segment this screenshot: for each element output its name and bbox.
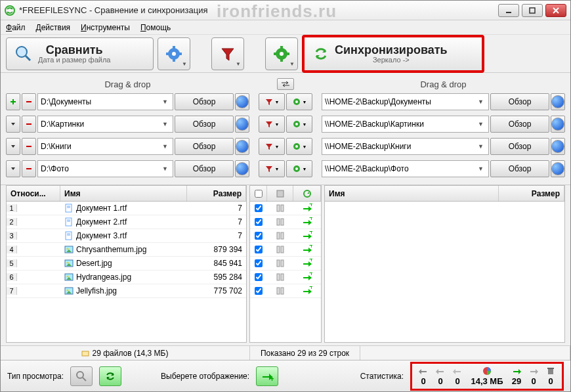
- pair-dropdown-button[interactable]: [6, 116, 20, 133]
- browse-button[interactable]: Обзор: [175, 160, 234, 177]
- globe-icon: [551, 95, 564, 108]
- view-action-button[interactable]: [99, 366, 121, 386]
- action-row[interactable]: +: [250, 257, 321, 271]
- file-row[interactable]: 3 Документ 3.rtf 7: [7, 229, 246, 243]
- maximize-button[interactable]: [522, 4, 543, 17]
- pair-dropdown-button[interactable]: [6, 160, 20, 177]
- pair-sync-settings-button[interactable]: ▼: [286, 138, 312, 155]
- view-category-button[interactable]: [70, 366, 93, 386]
- chevron-down-icon[interactable]: ▼: [476, 165, 486, 172]
- pair-sync-settings-button[interactable]: ▼: [286, 93, 312, 110]
- chevron-down-icon[interactable]: ▼: [160, 143, 170, 150]
- remove-pair-button[interactable]: [22, 116, 36, 133]
- action-row[interactable]: +: [250, 202, 321, 215]
- include-checkbox[interactable]: [255, 259, 263, 267]
- compare-settings-button[interactable]: ▼: [158, 37, 190, 70]
- category-icon: [276, 189, 285, 198]
- col-name-right[interactable]: Имя: [325, 186, 499, 201]
- menu-actions[interactable]: Действия: [36, 23, 71, 32]
- browse-button[interactable]: Обзор: [490, 93, 549, 110]
- browse-button[interactable]: Обзор: [490, 116, 549, 133]
- pair-sync-settings-button[interactable]: ▼: [286, 160, 312, 177]
- chevron-down-icon[interactable]: ▼: [160, 165, 170, 172]
- sync-icon: [312, 45, 329, 62]
- menu-tools[interactable]: Инструменты: [81, 23, 130, 32]
- pair-dropdown-button[interactable]: [6, 138, 20, 155]
- cloud-button[interactable]: [235, 93, 249, 110]
- cloud-button[interactable]: [235, 138, 249, 155]
- swap-sides-button[interactable]: [277, 78, 294, 90]
- file-row[interactable]: 6 Hydrangeas.jpg 595 284: [7, 271, 246, 284]
- col-size[interactable]: Размер: [187, 186, 246, 201]
- pair-filter-button[interactable]: ▼: [259, 160, 285, 177]
- right-path-input[interactable]: \\HOME-2\Backup\Книги▼: [322, 138, 489, 155]
- include-checkbox[interactable]: [255, 204, 263, 212]
- col-size-right[interactable]: Размер: [499, 186, 564, 201]
- cloud-button[interactable]: [551, 138, 565, 155]
- action-row[interactable]: +: [250, 271, 321, 284]
- close-button[interactable]: [545, 4, 566, 17]
- right-path-input[interactable]: \\HOME-2\Backup\Картинки▼: [322, 116, 489, 133]
- col-action[interactable]: [293, 186, 321, 201]
- file-row[interactable]: 5 Desert.jpg 845 941: [7, 257, 246, 271]
- include-checkbox[interactable]: [255, 287, 263, 295]
- file-row[interactable]: 1 Документ 1.rtf 7: [7, 202, 246, 215]
- cloud-button[interactable]: [235, 116, 249, 133]
- include-checkbox[interactable]: [255, 232, 263, 240]
- svg-rect-58: [277, 232, 280, 239]
- remove-pair-button[interactable]: [22, 160, 36, 177]
- remove-pair-button[interactable]: [22, 138, 36, 155]
- left-path-input[interactable]: D:\Картинки▼: [37, 116, 173, 133]
- cloud-button[interactable]: [235, 160, 249, 177]
- cloud-button[interactable]: [551, 116, 565, 133]
- right-path-input[interactable]: \\HOME-2\Backup\Документы▼: [322, 93, 489, 110]
- remove-pair-button[interactable]: [22, 93, 36, 110]
- svg-point-8: [172, 52, 176, 56]
- pair-sync-settings-button[interactable]: ▼: [286, 116, 312, 133]
- menu-help[interactable]: Помощь: [140, 23, 171, 32]
- col-name[interactable]: Имя: [60, 186, 187, 201]
- browse-button[interactable]: Обзор: [175, 138, 234, 155]
- file-row[interactable]: 4 Chrysanthemum.jpg 879 394: [7, 243, 246, 257]
- cloud-button[interactable]: [551, 93, 565, 110]
- svg-rect-39: [66, 232, 72, 240]
- left-path-input[interactable]: D:\Фото▼: [37, 160, 173, 177]
- chevron-down-icon[interactable]: ▼: [476, 98, 486, 105]
- action-row[interactable]: +: [250, 229, 321, 243]
- browse-button[interactable]: Обзор: [490, 160, 549, 177]
- chevron-down-icon[interactable]: ▼: [160, 121, 170, 127]
- file-row[interactable]: 7 Jellyfish.jpg 775 702: [7, 284, 246, 298]
- left-path-input[interactable]: D:\Книги▼: [37, 138, 173, 155]
- add-pair-button[interactable]: [6, 93, 20, 110]
- col-relative[interactable]: Относи...: [7, 186, 60, 201]
- pair-filter-button[interactable]: ▼: [259, 93, 285, 110]
- status-mid-text: Показано 29 из 29 строк: [261, 349, 349, 358]
- minimize-button[interactable]: [498, 4, 519, 17]
- browse-button[interactable]: Обзор: [175, 93, 234, 110]
- display-create-right-button[interactable]: +: [256, 366, 278, 386]
- action-row[interactable]: +: [250, 284, 321, 298]
- right-path-input[interactable]: \\HOME-2\Backup\Фото▼: [322, 160, 489, 177]
- sync-button[interactable]: Синхронизировать Зеркало ->: [305, 37, 482, 70]
- pair-filter-button[interactable]: ▼: [259, 138, 285, 155]
- include-checkbox[interactable]: [255, 246, 263, 253]
- browse-button[interactable]: Обзор: [490, 138, 549, 155]
- pair-filter-button[interactable]: ▼: [259, 116, 285, 133]
- filter-button[interactable]: ▼: [211, 37, 244, 70]
- chevron-down-icon[interactable]: ▼: [160, 98, 170, 105]
- cloud-button[interactable]: [551, 160, 565, 177]
- browse-button[interactable]: Обзор: [175, 116, 234, 133]
- col-category[interactable]: [267, 186, 293, 201]
- file-row[interactable]: 2 Документ 2.rtf 7: [7, 215, 246, 229]
- sync-settings-button[interactable]: ▼: [265, 37, 298, 70]
- include-checkbox[interactable]: [255, 273, 263, 281]
- include-checkbox[interactable]: [255, 218, 263, 226]
- left-path-input[interactable]: D:\Документы▼: [37, 93, 173, 110]
- action-row[interactable]: +: [250, 215, 321, 229]
- menu-file[interactable]: Файл: [6, 23, 26, 32]
- chevron-down-icon[interactable]: ▼: [476, 121, 486, 127]
- col-check[interactable]: [250, 186, 267, 201]
- chevron-down-icon[interactable]: ▼: [476, 143, 486, 150]
- action-row[interactable]: +: [250, 243, 321, 257]
- compare-button[interactable]: Сравнить Дата и размер файла: [6, 37, 154, 70]
